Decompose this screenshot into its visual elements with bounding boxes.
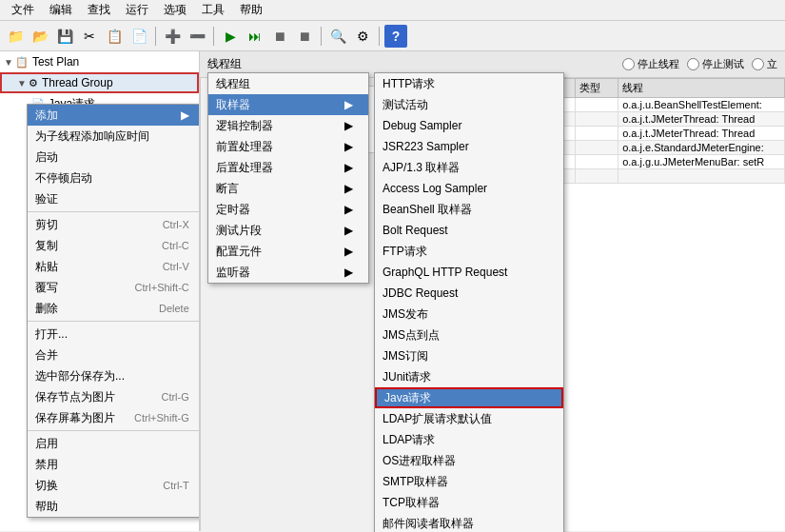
toolbar-save[interactable]: 💾 (53, 25, 76, 48)
ctx-save-screen-img[interactable]: 保存屏幕为图片 Ctrl+Shift-G (28, 407, 200, 428)
subm-logic[interactable]: 逻辑控制器 ▶ (208, 115, 368, 136)
toolbar-copy[interactable]: 📋 (103, 25, 126, 48)
samp-graphql[interactable]: GraphQL HTTP Request (375, 262, 563, 283)
ctx-add-arrow: ▶ (181, 108, 189, 122)
tree-item-testplan[interactable]: ▼ 📋 Test Plan (0, 51, 199, 72)
stop-test-option[interactable]: 停止测试 (687, 57, 744, 71)
menu-find[interactable]: 查找 (80, 0, 118, 20)
toolbar-start-no-pause[interactable]: ⏭ (244, 25, 266, 48)
stop-thread-option[interactable]: 停止线程 (622, 57, 679, 71)
toolbar-close[interactable]: ✂ (78, 25, 101, 48)
subm-sampler[interactable]: 取样器 ▶ (208, 94, 368, 115)
context-menu: 添加 ▶ 为子线程添加响应时间 启动 不停顿启动 验证 剪切 Ctrl-X 复制 (27, 104, 200, 518)
ctx-merge[interactable]: 合并 (28, 345, 200, 365)
samp-mail-reader[interactable]: 邮件阅读者取样器 (375, 513, 563, 532)
samp-bolt[interactable]: Bolt Request (375, 220, 563, 241)
ctx-add[interactable]: 添加 ▶ (28, 105, 200, 126)
subm-timer[interactable]: 定时器 ▶ (208, 199, 368, 220)
samp-access-log[interactable]: Access Log Sampler (375, 178, 563, 199)
ctx-open[interactable]: 打开... (28, 324, 200, 345)
ctx-delete[interactable]: 删除 Delete (28, 298, 200, 319)
toolbar-sep1 (155, 27, 156, 46)
menu-tools[interactable]: 工具 (194, 0, 232, 20)
threadgroup-icon: ⚙ (29, 77, 38, 89)
subm-listener-arrow: ▶ (344, 266, 353, 279)
subm-assert[interactable]: 断言 ▶ (208, 178, 368, 199)
ctx-toggle[interactable]: 切换 Ctrl-T (28, 475, 200, 496)
tree-item-threadgroup[interactable]: ▼ ⚙ Thread Group (0, 72, 199, 93)
submenu-samplers: HTTP请求 测试活动 Debug Sampler JSR223 Sampler… (374, 72, 564, 532)
menu-help[interactable]: 帮助 (232, 0, 270, 20)
samp-junit[interactable]: JUnit请求 (375, 366, 563, 387)
menu-edit[interactable]: 编辑 (42, 0, 80, 20)
ctx-add-response-time[interactable]: 为子线程添加响应时间 (28, 126, 200, 147)
stop-immediately-radio[interactable] (752, 58, 764, 70)
toolbar-settings[interactable]: ⚙ (351, 25, 374, 48)
ctx-start[interactable]: 启动 (28, 147, 200, 167)
ctx-save-selection[interactable]: 选中部分保存为... (28, 365, 200, 386)
ctx-start-no-pause[interactable]: 不停顿启动 (28, 167, 200, 188)
samp-beanshell[interactable]: BeanShell 取样器 (375, 199, 563, 220)
samp-ftp[interactable]: FTP请求 (375, 241, 563, 262)
samp-jms-p2p[interactable]: JMS点到点 (375, 325, 563, 345)
ctx-cut[interactable]: 剪切 Ctrl-X (28, 214, 200, 235)
ctx-paste[interactable]: 粘贴 Ctrl-V (28, 256, 200, 277)
ctx-copy[interactable]: 复制 Ctrl-C (28, 235, 200, 256)
subm-fragment[interactable]: 测试片段 ▶ (208, 220, 368, 241)
samp-debug[interactable]: Debug Sampler (375, 115, 563, 136)
ctx-save-node-img[interactable]: 保存节点为图片 Ctrl-G (28, 386, 200, 407)
samp-ldap-ext[interactable]: LDAP扩展请求默认值 (375, 408, 563, 429)
samp-ajp[interactable]: AJP/1.3 取样器 (375, 157, 563, 178)
log-44-thread: o.a.j.e.StandardJMeterEngine: (618, 141, 785, 155)
samp-ldap[interactable]: LDAP请求 (375, 429, 563, 450)
samp-test-activity[interactable]: 测试活动 (375, 94, 563, 115)
tree-label-testplan: Test Plan (32, 55, 79, 69)
expand-threadgroup: ▼ (17, 78, 27, 89)
toolbar-stop[interactable]: ⏹ (268, 25, 291, 48)
toolbar-remove[interactable]: ➖ (186, 25, 208, 48)
ctx-sep3 (28, 430, 200, 431)
samp-jms-pub[interactable]: JMS发布 (375, 304, 563, 325)
toolbar-sep2 (213, 27, 214, 46)
subm-post[interactable]: 后置处理器 ▶ (208, 157, 368, 178)
toolbar-stop2[interactable]: ⏹ (293, 25, 316, 48)
samp-java[interactable]: Java请求 (375, 387, 563, 408)
ctx-help[interactable]: 帮助 (28, 496, 200, 517)
subm-listener[interactable]: 监听器 ▶ (208, 262, 368, 283)
subm-threads[interactable]: 线程组 (208, 73, 368, 94)
toolbar-paste[interactable]: 📄 (128, 25, 150, 48)
samp-smtp[interactable]: SMTP取样器 (375, 471, 563, 492)
stop-thread-radio[interactable] (622, 58, 635, 70)
toolbar-new[interactable]: 📁 (4, 25, 27, 48)
ctx-disable[interactable]: 禁用 (28, 454, 200, 475)
stop-immediately-option[interactable]: 立 (752, 57, 777, 71)
ctx-overwrite[interactable]: 覆写 Ctrl+Shift-C (28, 277, 200, 298)
log-45-thread: o.a.j.g.u.JMeterMenuBar: setR (618, 155, 785, 169)
toolbar-open[interactable]: 📂 (29, 25, 51, 48)
menu-file[interactable]: 文件 (4, 0, 42, 20)
toolbar-view[interactable]: 🔍 (326, 25, 349, 48)
ctx-validate[interactable]: 验证 (28, 188, 200, 209)
ctx-enable[interactable]: 启用 (28, 433, 200, 454)
samp-jsr223[interactable]: JSR223 Sampler (375, 136, 563, 157)
log-43-type (575, 127, 618, 141)
menu-options[interactable]: 选项 (156, 0, 194, 20)
ctx-sep1 (28, 211, 200, 212)
subm-pre[interactable]: 前置处理器 ▶ (208, 136, 368, 157)
samp-jms-sub[interactable]: JMS订阅 (375, 345, 563, 366)
toolbar-add[interactable]: ➕ (161, 25, 184, 48)
samp-tcp[interactable]: TCP取样器 (375, 492, 563, 513)
ctx-copy-shortcut: Ctrl-C (162, 240, 189, 251)
stop-test-label: 停止测试 (702, 57, 744, 71)
toolbar-start[interactable]: ▶ (219, 25, 242, 48)
ctx-sep2 (28, 321, 200, 322)
log-45-type (575, 155, 618, 169)
subm-config[interactable]: 配置元件 ▶ (208, 241, 368, 262)
toolbar-help[interactable]: ? (384, 25, 407, 48)
samp-http[interactable]: HTTP请求 (375, 73, 563, 94)
stop-test-radio[interactable] (687, 58, 699, 70)
ctx-cut-shortcut: Ctrl-X (163, 219, 189, 230)
samp-os[interactable]: OS进程取样器 (375, 450, 563, 471)
menu-run[interactable]: 运行 (118, 0, 156, 20)
samp-jdbc[interactable]: JDBC Request (375, 283, 563, 304)
